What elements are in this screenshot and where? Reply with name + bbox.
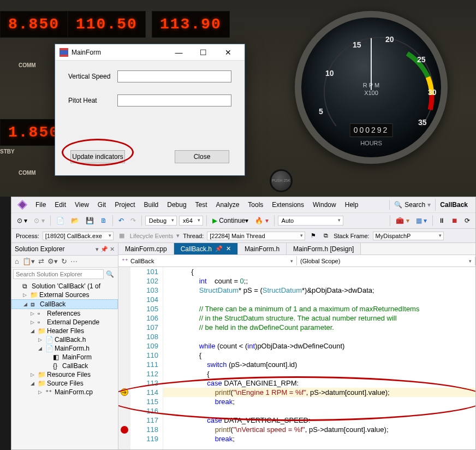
- pitot-heat-input[interactable]: [117, 94, 231, 106]
- menu-debug[interactable]: Debug: [163, 199, 191, 211]
- mainform-titlebar[interactable]: MainForm — ☐ ✕: [55, 44, 245, 61]
- pitot-heat-label: Pitot Heat: [68, 97, 117, 104]
- menu-test[interactable]: Test: [191, 199, 212, 211]
- stackframe-label: Stack Frame:: [334, 233, 369, 239]
- nav-fwd-icon[interactable]: ⊙ ▾: [32, 216, 46, 226]
- push-knob[interactable]: PUSH 25K: [270, 169, 293, 192]
- menu-git[interactable]: Git: [93, 199, 110, 211]
- close-tab-icon[interactable]: ✕: [226, 245, 231, 252]
- window-title: MainForm: [72, 49, 166, 56]
- tree-item[interactable]: ◧MainForm: [11, 353, 118, 362]
- gauge-hours-label: HOURS: [360, 140, 382, 146]
- nav-scope-right[interactable]: (Global Scope): [297, 257, 475, 265]
- open-icon[interactable]: 📂: [69, 216, 81, 226]
- solution-toolbar: ⌂ 📋▾ ⇄ ⚙▾ ↻ ⋯: [11, 256, 118, 268]
- tree-item[interactable]: ◢📄MainForm.h: [11, 344, 118, 353]
- close-form-button[interactable]: Close: [175, 150, 229, 163]
- menu-edit[interactable]: Edit: [50, 199, 70, 211]
- window-icon[interactable]: ▦ ▾: [414, 216, 429, 226]
- thread-label: Thread:: [183, 233, 204, 239]
- refresh-icon[interactable]: ↻: [60, 257, 68, 265]
- readout-3: 113.90: [152, 11, 230, 38]
- visual-studio-window: FileEditViewGitProjectBuildDebugTestAnal…: [11, 197, 476, 450]
- flag-icon[interactable]: ⚑: [308, 231, 318, 240]
- tree-item[interactable]: ▷▫References: [11, 309, 118, 318]
- vs-menu-bar: FileEditViewGitProjectBuildDebugTestAnal…: [11, 197, 475, 212]
- new-file-icon[interactable]: 📄: [54, 216, 67, 226]
- redo-icon[interactable]: ↷: [128, 216, 138, 226]
- save-all-icon[interactable]: 🗎: [98, 216, 109, 226]
- label-comm-2: COMM: [19, 170, 36, 176]
- stackframe-combo[interactable]: MyDispatchP: [373, 232, 444, 240]
- sync-icon[interactable]: ⇄: [37, 257, 45, 265]
- threads-icon[interactable]: ⧉: [322, 231, 330, 240]
- undo-icon[interactable]: ↶: [116, 216, 126, 226]
- tree-item[interactable]: ◢📁Source Files: [11, 379, 118, 388]
- tree-item[interactable]: {}CallBack: [11, 362, 118, 370]
- tree-item[interactable]: ▷📁External Sources: [11, 291, 118, 299]
- menu-view[interactable]: View: [70, 199, 93, 211]
- label-comm-1: COMM: [19, 62, 36, 68]
- vertical-speed-input[interactable]: [117, 70, 231, 82]
- save-icon[interactable]: 💾: [84, 216, 96, 226]
- editor-tabs: MainForm.cppCallBack.h📌✕MainForm.hMainFo…: [118, 243, 475, 255]
- code-area[interactable]: 1011021031041051061071081091101111121131…: [118, 267, 475, 449]
- menu-tools[interactable]: Tools: [243, 199, 267, 211]
- search-icon[interactable]: 🔍: [104, 270, 116, 278]
- config-combo[interactable]: Debug: [145, 216, 177, 226]
- pause-icon[interactable]: ⏸: [436, 216, 447, 226]
- toolbox-icon[interactable]: 🧰 ▾: [394, 216, 411, 226]
- tree-item[interactable]: ▷📁Resource Files: [11, 370, 118, 379]
- menu-help[interactable]: Help: [341, 199, 363, 211]
- solution-explorer: Solution Explorer ▾ 📌 ✕ ⌂ 📋▾ ⇄ ⚙▾ ↻ ⋯ 🔍 …: [11, 243, 118, 449]
- tree-item[interactable]: ◢⧈CallBack: [11, 299, 118, 309]
- search-icon: 🔍: [394, 201, 402, 209]
- home-icon[interactable]: ⌂: [14, 257, 20, 265]
- vs-logo-icon: [17, 200, 28, 210]
- nav-back-icon[interactable]: ⊙ ▾: [15, 216, 29, 226]
- tree-item[interactable]: ▷▫External Depende: [11, 318, 118, 327]
- tree-item[interactable]: ⧉Solution 'CallBack' (1 of: [11, 282, 118, 291]
- auto-combo[interactable]: Auto: [278, 216, 343, 226]
- solution-tree[interactable]: ⧉Solution 'CallBack' (1 of▷📁External Sou…: [11, 281, 118, 398]
- close-button[interactable]: ✕: [216, 44, 240, 60]
- editor-tab[interactable]: MainForm.cpp: [118, 243, 174, 254]
- stop-icon[interactable]: ⏹: [449, 216, 460, 226]
- editor-tab[interactable]: MainForm.h [Design]: [287, 243, 361, 254]
- tree-item[interactable]: ▷⁺⁺MainForm.cp: [11, 388, 118, 396]
- tree-item[interactable]: ▷📄CallBack.h: [11, 335, 118, 344]
- code-editor: MainForm.cppCallBack.h📌✕MainForm.hMainFo…: [118, 243, 475, 449]
- menu-build[interactable]: Build: [140, 199, 163, 211]
- menu-analyze[interactable]: Analyze: [212, 199, 244, 211]
- gauge-odometer: 000292: [350, 123, 393, 137]
- solution-search-input[interactable]: [13, 269, 104, 279]
- hot-reload-icon[interactable]: 🔥 ▾: [253, 216, 270, 226]
- editor-tab[interactable]: MainForm.h: [238, 243, 287, 254]
- continue-button[interactable]: ▶ Continue ▾: [210, 216, 251, 226]
- pin-icon[interactable]: 📌: [215, 245, 223, 252]
- process-combo[interactable]: [18920] CallBack.exe: [43, 232, 114, 240]
- nav-scope-left[interactable]: ⁺⁺CallBack: [118, 256, 297, 265]
- menu-project[interactable]: Project: [110, 199, 139, 211]
- menu-window[interactable]: Window: [308, 199, 341, 211]
- menu-extensions[interactable]: Extensions: [267, 199, 308, 211]
- menu-file[interactable]: File: [31, 199, 50, 211]
- vs-search[interactable]: 🔍 Search ▾: [389, 200, 435, 210]
- platform-combo[interactable]: x64: [179, 216, 203, 226]
- solution-explorer-title: Solution Explorer: [15, 245, 64, 253]
- minimize-button[interactable]: —: [166, 44, 191, 60]
- gauge-needle: [371, 38, 372, 90]
- view-icon[interactable]: 📋▾: [21, 257, 36, 265]
- update-indicators-button[interactable]: Update indicators: [70, 150, 125, 163]
- vs-toolbar: ⊙ ▾ ⊙ ▾ 📄 📂 💾 🗎 ↶ ↷ Debug x64 ▶ Continue…: [11, 212, 475, 229]
- vs-debug-bar: Process: [18920] CallBack.exe ▦ Lifecycl…: [11, 229, 475, 243]
- tree-item[interactable]: ◢📁Header Files: [11, 327, 118, 335]
- restart-icon[interactable]: ⟳: [462, 216, 472, 226]
- thread-combo[interactable]: [22284] Main Thread: [207, 232, 305, 240]
- rpm-gauge: 5 10 15 20 25 30 35 R P M X100 000292 HO…: [295, 11, 448, 164]
- lifecycle-icon[interactable]: ▦: [117, 231, 127, 240]
- app-icon: [59, 48, 68, 57]
- filter-icon[interactable]: ⚙▾: [46, 257, 59, 265]
- maximize-button[interactable]: ☐: [191, 44, 216, 60]
- editor-tab[interactable]: CallBack.h📌✕: [174, 243, 238, 254]
